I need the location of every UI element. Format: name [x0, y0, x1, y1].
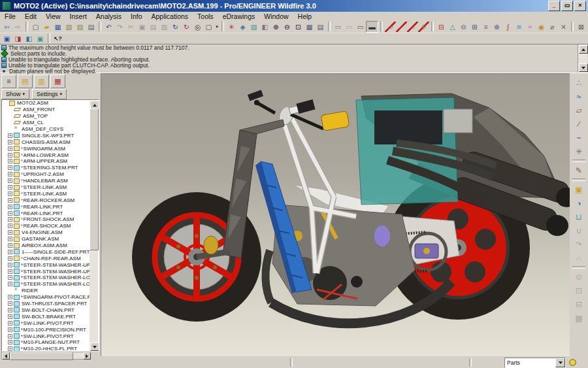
separator[interactable] [572, 266, 585, 269]
cut-icon[interactable]: ✂ [125, 22, 137, 32]
expand-toggle[interactable]: + [8, 211, 12, 216]
expand-toggle[interactable]: + [8, 275, 12, 280]
separator[interactable] [221, 22, 224, 31]
expand-toggle[interactable]: + [8, 327, 12, 332]
reorient-view-icon[interactable]: ◈ [237, 22, 248, 32]
message-scrollbar[interactable] [578, 44, 587, 73]
tree-item[interactable]: +SW-THRUST-SPACER.PRT [8, 301, 90, 307]
extrude-tool-icon[interactable]: ▣ [572, 182, 586, 196]
sketch-tool-icon[interactable]: ✎ [572, 163, 586, 177]
datum-axis-tool-icon[interactable]: ∕ [572, 117, 586, 131]
expand-toggle[interactable]: + [8, 165, 12, 170]
render-display-icon[interactable]: ◉ [536, 22, 547, 32]
tree-item[interactable]: +ªREAR-LINK.PRT [8, 210, 90, 216]
minimize-button[interactable]: _ [548, 1, 560, 11]
select-rect-icon[interactable]: ▢ [203, 22, 214, 32]
expand-toggle[interactable]: + [8, 237, 12, 241]
expand-toggle[interactable]: + [8, 159, 12, 163]
datum-curve-tool-icon[interactable]: ∩ [572, 251, 586, 265]
menu-item[interactable]: Help [293, 12, 317, 20]
rib-tool-icon[interactable]: ⊟ [572, 297, 586, 311]
restore-button[interactable]: ▭ [561, 1, 573, 11]
shell-tool-icon[interactable]: ⊡ [572, 284, 586, 297]
regen-manager-icon[interactable]: ↻ [181, 22, 192, 32]
create-component-icon[interactable]: ◨ [12, 33, 24, 44]
tree-item[interactable]: +ºHANDLEBAR.ASM [8, 178, 90, 184]
menu-item[interactable]: Applications [146, 12, 193, 20]
shaded-display-icon[interactable]: ▬ [366, 21, 378, 33]
regenerate-icon[interactable]: ↻ [170, 22, 181, 32]
view-manager-icon[interactable]: ▤ [315, 22, 326, 32]
expand-toggle[interactable]: + [8, 269, 12, 274]
shade-icon[interactable]: ◧ [259, 22, 270, 32]
tree-item[interactable]: +ºFRONT-SHOCK.ASM [8, 216, 90, 223]
scroll-down-button[interactable] [579, 63, 588, 72]
csys-tool-icon[interactable]: ✳ [572, 144, 586, 158]
tree-item[interactable]: +ASM_CL [8, 120, 90, 126]
grid-display-icon[interactable]: ⊞ [469, 22, 480, 32]
separator[interactable] [48, 33, 50, 43]
separator[interactable] [380, 22, 383, 31]
tree-item[interactable]: +GASTANK.ASM [8, 236, 90, 243]
folder-browser-tab-icon[interactable]: ▥ [34, 75, 49, 88]
tree-item[interactable]: +RIDER [8, 288, 90, 294]
zoom-in-icon[interactable]: ⊕ [270, 22, 282, 32]
expand-toggle[interactable]: + [8, 321, 12, 326]
redo-icon[interactable]: ↷ [114, 22, 125, 32]
layer-display-icon[interactable]: ≡ [480, 22, 491, 32]
sketched-curve-tool-icon[interactable]: ≈ [572, 90, 586, 103]
expand-toggle[interactable]: + [8, 224, 12, 228]
expand-toggle[interactable]: + [8, 217, 12, 222]
tree-item[interactable]: +MOTO2.ASM [3, 100, 90, 107]
expand-toggle[interactable]: + [8, 340, 12, 344]
tree-item[interactable]: +ªM10-FLANGE-NUT.PRT [8, 339, 90, 346]
window-close-icon[interactable]: ⊠ [576, 22, 587, 32]
add-component-icon[interactable]: ▣ [1, 33, 12, 44]
expand-toggle[interactable]: + [8, 205, 12, 209]
tree-item[interactable]: +ºCHAIN-REF-REAR.ASM [8, 255, 90, 261]
expand-toggle[interactable]: + [8, 301, 12, 306]
datum-point-tool-icon[interactable]: ∴ [572, 76, 586, 90]
find-icon[interactable]: ◎ [192, 22, 203, 32]
expand-toggle[interactable]: + [8, 295, 12, 299]
tree-item[interactable]: +ºSTEER-LINK.ASM [8, 184, 90, 191]
tree-item[interactable]: +ºARM-UPPER.ASM [8, 158, 90, 165]
wireframe-display-icon[interactable]: ▭ [333, 22, 344, 32]
tree-item[interactable]: +ºSTEER-LINK.ASM [8, 190, 90, 197]
smart-select-off-icon[interactable]: ⌀ [547, 22, 558, 32]
refit-icon[interactable]: ⊡ [293, 22, 304, 32]
tree-item[interactable]: +ASM_TOP [8, 113, 90, 120]
tree-item[interactable]: +ªSTEER-STEM-WASHER-LOWE [8, 281, 90, 288]
tree-item[interactable]: +ºUPRIGHT-2.ASM [8, 171, 90, 178]
paste-special-icon[interactable]: ▥ [159, 22, 170, 32]
expand-toggle[interactable]: + [8, 153, 12, 158]
menu-item[interactable]: File [0, 12, 20, 20]
style-tool-icon[interactable]: ↷ [572, 237, 586, 251]
sweep-tool-icon[interactable]: ⊔ [572, 210, 586, 224]
expand-toggle[interactable]: + [8, 282, 12, 286]
spline-display-icon[interactable]: ∫ [502, 22, 514, 32]
separator[interactable] [571, 22, 574, 31]
scroll-up-button[interactable] [579, 45, 588, 54]
tree-item[interactable]: +ªSW-LINK-PIVOT.PRT [8, 333, 90, 339]
web-forward-icon[interactable]: ⇨ [12, 22, 24, 32]
enhanced-realism-icon[interactable]: ⊕ [491, 22, 502, 32]
copy-icon[interactable]: ▣ [137, 22, 148, 32]
tree-item[interactable]: +CHASSIS-ASM.ASM [8, 139, 90, 145]
tree-item[interactable]: +ºREAR-LINK.PRT [8, 203, 90, 210]
tree-vertical-scrollbar[interactable] [90, 101, 98, 350]
close-button[interactable]: × [574, 1, 586, 11]
boundary-blend-tool-icon[interactable]: ∪ [572, 224, 586, 237]
expand-toggle[interactable]: + [8, 256, 12, 261]
tree-item[interactable]: +ºSTEERING-STEM.PRT [8, 165, 90, 171]
layer-tree-tab-icon[interactable]: ▤ [18, 75, 33, 88]
tree-item[interactable]: +ASM_FRONT [8, 107, 90, 113]
expand-toggle[interactable]: + [8, 230, 12, 235]
expand-toggle[interactable]: + [8, 263, 12, 267]
save-icon[interactable]: ▦ [52, 22, 63, 32]
tree-item[interactable]: +ªM10-100-PRECISION.PRT [8, 326, 90, 333]
datum-axis-toggle-icon[interactable]: ∕ [396, 22, 407, 32]
graphics-viewport[interactable] [101, 73, 570, 356]
expand-toggle[interactable]: + [8, 146, 12, 151]
menu-item[interactable]: View [41, 12, 65, 20]
